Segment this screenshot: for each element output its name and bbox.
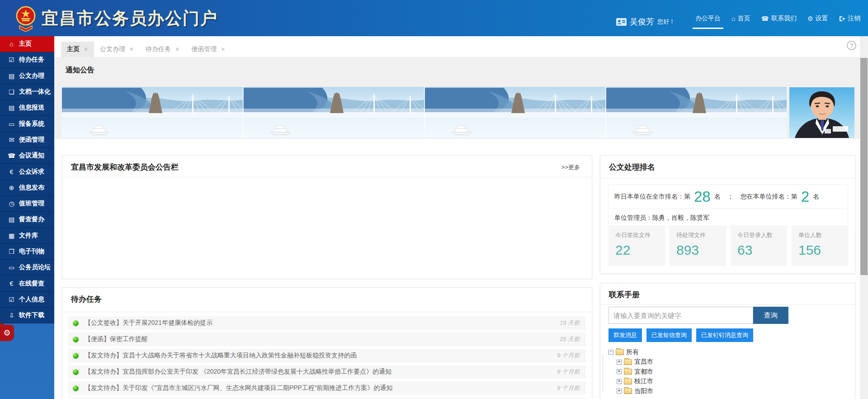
user-info[interactable]: 吴俊芳 您好！ bbox=[616, 16, 675, 27]
sidebar-item-duty-management[interactable]: ◷ 值班管理 bbox=[0, 196, 54, 212]
close-icon[interactable]: ✕ bbox=[175, 46, 179, 52]
todo-card: 待办任务 【公文签收】关于开展2021年健康体检的提示 19 天前 【便函】保密… bbox=[62, 287, 592, 399]
tree-node-yichang[interactable]: + 宜昌市 bbox=[609, 357, 653, 367]
divider bbox=[600, 178, 855, 178]
todo-row[interactable]: 【公文签收】关于开展2021年健康体检的提示 19 天前 bbox=[68, 316, 586, 330]
nav-settings[interactable]: ⚙ 设置 bbox=[807, 14, 828, 23]
official-portrait-photo bbox=[789, 87, 854, 138]
tree-node-dangyang[interactable]: + 当阳市 bbox=[609, 386, 653, 396]
sidebar-item-todo-tasks[interactable]: ☑ 待办任务 bbox=[0, 52, 54, 68]
sidebar-item-filing-system[interactable]: ▭ 报备系统 bbox=[0, 116, 54, 132]
close-icon[interactable]: ✕ bbox=[129, 46, 134, 52]
expand-toggle-icon[interactable]: + bbox=[617, 379, 622, 384]
status-dot-icon bbox=[73, 353, 79, 359]
tab-bar: 主页 ✕ 公文办理 ✕ 待办任务 ✕ 便函管理 ✕ bbox=[54, 36, 860, 57]
sidebar-item-meeting-notice[interactable]: ☎ 会议通知 bbox=[0, 148, 54, 164]
close-icon[interactable]: ✕ bbox=[84, 46, 88, 52]
todo-row[interactable]: 【发文待办】宜昌指挥部办公室关于印发 《2020年宜昌长江经济带绿色发展十大战略… bbox=[68, 365, 586, 379]
scrollbar-thumb[interactable] bbox=[860, 58, 868, 275]
sidebar-item-memo-management[interactable]: ✉ 便函管理 bbox=[0, 132, 54, 148]
phone-icon: ☎ bbox=[8, 152, 15, 159]
sidebar-item-document-integration[interactable]: ❏ 文档一体化 bbox=[0, 84, 54, 100]
sidebar-item-file-library[interactable]: ▦ 文件库 bbox=[0, 228, 54, 244]
user-name: 吴俊芳 bbox=[630, 16, 654, 27]
clock-icon: ◷ bbox=[8, 200, 15, 207]
euro-icon: € bbox=[8, 168, 15, 176]
expand-toggle-icon[interactable]: + bbox=[617, 389, 622, 394]
page-scrollbar[interactable] bbox=[860, 36, 868, 399]
sidebar-item-home[interactable]: ⌂ 主页 bbox=[0, 36, 54, 52]
nav-home[interactable]: ⌂ 首页 bbox=[731, 14, 750, 23]
bulletin-more-link[interactable]: >>更多 bbox=[561, 163, 580, 171]
nav-office-platform[interactable]: 办公平台 bbox=[695, 14, 721, 23]
national-emblem-logo bbox=[15, 5, 37, 32]
sent-sms-query-button[interactable]: 已发短信查询 bbox=[646, 328, 692, 342]
portal-screen: 宜昌市公务员办公门户 吴俊芳 您好！ 办公平台 ⌂ 首页 ☎ 联系我们 bbox=[0, 0, 868, 399]
sidebar-item-info-report[interactable]: ▤ 信息报送 bbox=[0, 100, 54, 116]
contacts-card: 联系手册 查询 群发消息 已发短信查询 已发钉钉消息查询 − 所有 + 宜昌市 … bbox=[600, 283, 856, 399]
divider bbox=[62, 177, 592, 177]
tab-todo-tasks[interactable]: 待办任务 ✕ bbox=[140, 42, 185, 57]
sidebar-item-document-handling[interactable]: ▤ 公文办理 bbox=[0, 68, 54, 84]
document-icon: ▤ bbox=[8, 216, 15, 223]
gear-icon: ⚙ bbox=[3, 328, 10, 338]
status-dot-icon bbox=[73, 385, 79, 391]
globe-icon: ⊕ bbox=[8, 184, 15, 191]
bulletin-card: 宜昌市发展和改革委员会公告栏 >>更多 bbox=[62, 155, 592, 279]
status-dot-icon bbox=[73, 320, 79, 326]
ranking-card: 公文处理排名 昨日本单位在全市排名：第 28 名 ； 您在本单位排名：第 2 名… bbox=[600, 155, 856, 274]
close-icon[interactable]: ✕ bbox=[221, 46, 225, 52]
collapse-toggle-icon[interactable]: − bbox=[609, 350, 613, 355]
tree-node-zhijiang[interactable]: + 枝江市 bbox=[609, 377, 653, 387]
help-icon[interactable]: ? bbox=[847, 41, 856, 50]
sidebar-item-supervision[interactable]: ▤ 督查督办 bbox=[0, 212, 54, 228]
sidebar-item-civil-servant-forum[interactable]: ▭ 公务员论坛 bbox=[0, 260, 54, 276]
folder-icon bbox=[624, 369, 632, 375]
todo-row[interactable]: 【发文待办】关于印发《“宜昌市主城区污水厂网、生态水网共建项目二期PPP工程”前… bbox=[68, 381, 586, 395]
contacts-search-input[interactable] bbox=[609, 307, 753, 324]
home-icon: ⌂ bbox=[731, 15, 735, 22]
bulletin-title: 宜昌市发展和改革委员会公告栏 bbox=[71, 162, 179, 172]
nav-logout[interactable]: 注销 bbox=[839, 14, 860, 23]
search-button[interactable]: 查询 bbox=[753, 307, 788, 324]
sidebar-item-online-inspection[interactable]: € 在线督查 bbox=[0, 276, 54, 291]
sidebar-item-public-appeal[interactable]: € 公众诉求 bbox=[0, 164, 54, 180]
app-header: 宜昌市公务员办公门户 吴俊芳 您好！ 办公平台 ⌂ 首页 ☎ 联系我们 bbox=[0, 0, 868, 36]
folder-icon bbox=[624, 379, 632, 385]
tree-node-yidu[interactable]: + 宜都市 bbox=[609, 367, 653, 377]
expand-toggle-icon[interactable]: + bbox=[617, 369, 622, 374]
user-greeting: 您好！ bbox=[657, 18, 675, 26]
expand-toggle-icon[interactable]: + bbox=[617, 360, 622, 365]
stat-pending-files: 待处理文件 893 bbox=[670, 225, 726, 266]
message-buttons: 群发消息 已发短信查询 已发钉钉消息查询 bbox=[609, 328, 753, 342]
calendar-check-icon: ☑ bbox=[8, 296, 15, 303]
todo-row[interactable]: 【发文待办】宜昌十大战略办关于将省市十大战略重大项目纳入政策性金融补短板稳投资支… bbox=[68, 349, 586, 362]
status-dot-icon bbox=[73, 369, 79, 375]
logout-icon bbox=[839, 15, 845, 22]
todo-row[interactable]: 【便函】保密工作提醒 25 天前 bbox=[68, 332, 586, 346]
tab-home[interactable]: 主页 ✕ bbox=[61, 42, 94, 57]
tree-node-all[interactable]: − 所有 bbox=[609, 347, 653, 357]
rank-unit-value: 2 bbox=[801, 188, 809, 205]
unit-admins: 单位管理员：陈勇，肖毅，陈贤军 bbox=[609, 209, 848, 227]
folder-icon bbox=[624, 359, 632, 365]
stat-logins-today: 今日登录人数 63 bbox=[731, 225, 787, 266]
sidebar-gear-button[interactable]: ⚙ bbox=[0, 325, 14, 341]
phone-icon: ☎ bbox=[761, 15, 769, 22]
rank-city-value: 28 bbox=[694, 188, 711, 205]
rank-city-label: 昨日本单位在全市排名：第 bbox=[614, 193, 690, 201]
tab-memo-management[interactable]: 便函管理 ✕ bbox=[185, 42, 231, 57]
folder-icon bbox=[616, 349, 624, 355]
sidebar-item-info-publish[interactable]: ⊕ 信息发布 bbox=[0, 180, 54, 196]
sidebar-item-personal-info[interactable]: ☑ 个人信息 bbox=[0, 292, 54, 308]
nav-contact-us[interactable]: ☎ 联系我们 bbox=[761, 14, 796, 23]
document-icon: ▤ bbox=[8, 72, 15, 80]
folder-icon bbox=[624, 388, 632, 394]
broadcast-message-button[interactable]: 群发消息 bbox=[609, 328, 642, 342]
sidebar-item-software-download[interactable]: ⇩ 软件下载 bbox=[0, 308, 54, 323]
tab-document-handling[interactable]: 公文办理 ✕ bbox=[94, 42, 140, 57]
tree-guide-line bbox=[603, 355, 603, 392]
sent-dingtalk-query-button[interactable]: 已发钉钉消息查询 bbox=[696, 328, 753, 342]
sidebar-menu: ⌂ 主页 ☑ 待办任务 ▤ 公文办理 ❏ 文档一体化 ▤ 信息报送 ▭ 报备系统… bbox=[0, 36, 54, 323]
sidebar-item-e-publication[interactable]: ❐ 电子刊物 bbox=[0, 244, 54, 260]
